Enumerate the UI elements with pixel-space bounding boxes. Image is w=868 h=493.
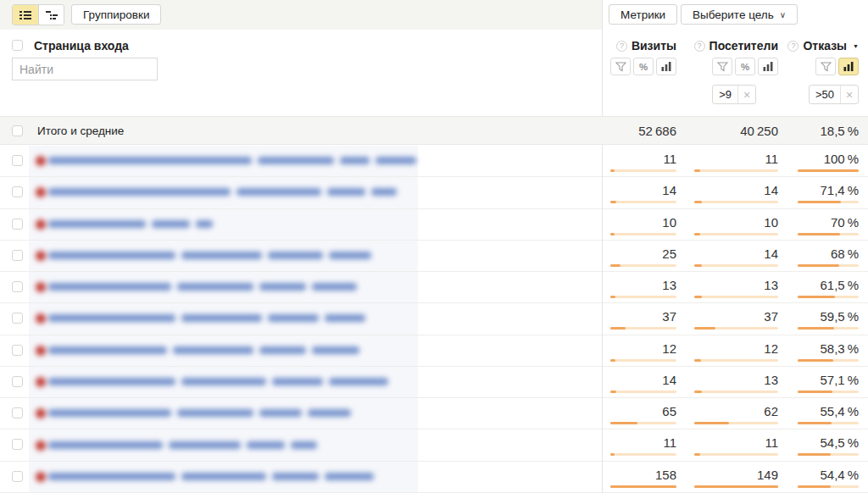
bar-chart-toggle-button[interactable] [838,58,859,75]
table-row: 13 13 61,5 % [0,272,868,303]
entry-page-link-blurred[interactable] [29,146,418,176]
blurred-text-chunk [325,473,374,480]
visits-bar [610,391,676,393]
entry-page-link-blurred[interactable] [29,367,418,397]
visitors-cell: 14 [694,177,778,208]
row-checkbox[interactable] [12,281,23,292]
filter-button[interactable] [815,58,836,75]
bounce-cell: 70 % [798,209,859,240]
entry-page-link-blurred[interactable] [29,462,418,492]
visits-value: 13 [662,278,676,292]
blurred-text-chunk [48,252,175,259]
visitors-cell: 62 [694,398,778,429]
blurred-text-chunk [48,314,175,322]
column-label-visits[interactable]: Визиты [632,39,676,53]
bar-chart-icon [763,62,773,71]
percent-toggle-button[interactable]: % [735,58,755,75]
table-row: 10 10 70 % [0,209,868,241]
close-icon[interactable]: × [840,86,858,103]
totals-row: Итого и средние 52 686 40 250 18,5 % [0,116,868,145]
visitors-bar [694,201,778,203]
visits-cell: 14 [610,367,676,397]
visits-cell: 65 [610,398,676,429]
entry-page-link-blurred[interactable] [29,335,418,366]
blurred-text-chunk [272,473,319,480]
visits-value: 158 [655,468,676,482]
table-body: 11 11 100 % 14 14 71,4 % [0,146,868,493]
blurred-text-chunk [48,346,167,354]
visitors-value: 149 [757,468,778,482]
entry-page-link-blurred[interactable] [29,429,418,460]
favicon-icon [36,472,46,482]
column-label-bounce[interactable]: Отказы [803,39,847,53]
entry-page-link-blurred[interactable] [29,241,418,271]
row-checkbox[interactable] [12,471,23,482]
groupings-button[interactable]: Группировки [71,4,161,25]
blurred-text-chunk [327,188,365,196]
blurred-text-chunk [196,220,213,228]
entry-page-link-blurred[interactable] [29,272,418,302]
visitors-bar [694,359,778,362]
row-checkbox[interactable] [12,376,23,387]
help-icon[interactable]: ? [787,41,798,52]
favicon-icon [36,408,46,418]
visitors-value: 14 [764,183,778,197]
totals-bounce: 18,5 % [798,124,859,138]
bar-chart-icon [843,62,854,71]
select-all-checkbox[interactable] [12,40,23,51]
row-checkbox[interactable] [12,407,23,418]
blurred-text-chunk [258,157,334,164]
percent-icon: % [639,62,648,72]
blurred-url-text [29,146,418,176]
blurred-text-chunk [259,409,302,417]
entry-page-link-blurred[interactable] [29,177,418,208]
row-checkbox[interactable] [12,219,23,230]
blurred-text-chunk [177,409,253,417]
row-checkbox[interactable] [12,313,23,324]
row-checkbox[interactable] [12,250,23,261]
visits-cell: 12 [610,335,676,366]
row-checkbox[interactable] [12,345,23,356]
visits-cell: 13 [610,272,676,302]
row-checkbox[interactable] [12,439,23,450]
blurred-text-chunk [236,188,321,196]
tree-view-button[interactable] [38,5,64,25]
search-input[interactable] [12,58,158,80]
filter-button[interactable] [712,58,732,75]
view-switcher [12,4,64,25]
blurred-text-chunk [48,157,252,164]
entry-page-link-blurred[interactable] [29,303,418,334]
bounce-bar [798,264,859,267]
blurred-text-chunk [169,441,241,449]
filter-button[interactable] [610,58,631,75]
visits-bar [610,359,676,362]
visitors-bar [694,169,778,172]
visits-cell: 11 [610,429,676,460]
entry-page-link-blurred[interactable] [29,209,418,240]
percent-toggle-button[interactable]: % [633,58,654,75]
table-row: 25 14 68 % [0,241,868,272]
list-view-button[interactable] [13,5,38,25]
visitors-cell: 149 [694,462,778,492]
close-icon[interactable]: × [737,86,755,103]
bar-chart-toggle-button[interactable] [758,58,778,75]
row-checkbox[interactable] [12,155,23,166]
totals-visitors: 40 250 [694,124,778,138]
blurred-text-chunk [173,346,253,354]
visits-bar [610,201,676,203]
visitors-value: 11 [765,152,778,166]
blurred-text-chunk [371,188,397,196]
entry-page-link-blurred[interactable] [29,398,418,429]
bar-chart-toggle-button[interactable] [656,58,676,75]
bounce-value: 58,3 % [820,341,859,356]
favicon-icon [36,377,46,387]
bounce-value: 59,5 % [820,309,859,324]
help-icon[interactable]: ? [616,41,627,52]
visitors-value: 13 [764,373,778,387]
column-label-visitors[interactable]: Посетители [709,39,778,53]
row-checkbox[interactable] [12,186,23,197]
blurred-url-text [29,429,418,460]
totals-checkbox[interactable] [12,125,23,136]
help-icon[interactable]: ? [694,41,705,52]
visits-value: 10 [662,215,676,230]
